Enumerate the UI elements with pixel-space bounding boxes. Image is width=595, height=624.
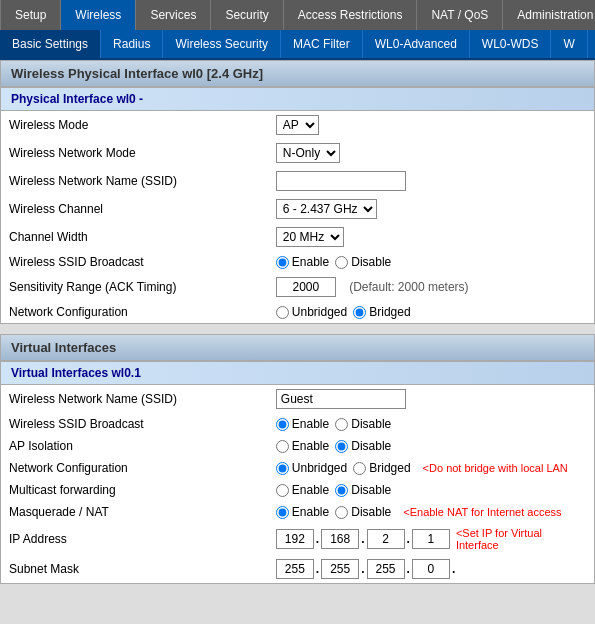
physical-interface-label: Physical Interface wl0 - [1, 88, 594, 111]
subnet-octet-3[interactable] [367, 559, 405, 579]
multicast-fwd-label: Multicast forwarding [1, 479, 268, 501]
ssid-row: Wireless Network Name (SSID) [1, 167, 594, 195]
network-config-unbridged-radio[interactable] [276, 306, 289, 319]
subnet-octet-2[interactable] [321, 559, 359, 579]
masq-nat-value: Enable Disable <Enable NAT for Internet … [268, 501, 594, 523]
nav-access-restrictions[interactable]: Access Restrictions [284, 0, 418, 30]
multicast-fwd-enable-radio[interactable] [276, 484, 289, 497]
ssid-broadcast-disable-label[interactable]: Disable [335, 255, 391, 269]
virt-network-config-unbridged-label[interactable]: Unbridged [276, 461, 347, 475]
ip-address-group: . . . [276, 529, 450, 549]
ap-isolation-value: Enable Disable [268, 435, 594, 457]
network-config-bridged-label[interactable]: Bridged [353, 305, 410, 319]
nav-wireless[interactable]: Wireless [61, 0, 136, 30]
ip-octet-2[interactable] [321, 529, 359, 549]
virt-network-config-unbridged-radio[interactable] [276, 462, 289, 475]
virt-network-config-bridged-label[interactable]: Bridged [353, 461, 410, 475]
channel-width-row: Channel Width 20 MHz [1, 223, 594, 251]
ip-address-row: IP Address . . . [1, 523, 594, 555]
sub-navigation: Basic Settings Radius Wireless Security … [0, 30, 595, 60]
virt-ssid-broadcast-label: Wireless SSID Broadcast [1, 413, 268, 435]
virt-ssid-broadcast-enable-label[interactable]: Enable [276, 417, 329, 431]
masq-nat-radio-group: Enable Disable <Enable NAT for Internet … [276, 505, 586, 519]
nav-administration[interactable]: Administration [503, 0, 595, 30]
network-config-bridged-radio[interactable] [353, 306, 366, 319]
ip-sep-2: . [361, 532, 364, 546]
virt-ssid-label: Wireless Network Name (SSID) [1, 385, 268, 413]
nav-setup[interactable]: Setup [0, 0, 61, 30]
ssid-broadcast-disable-radio[interactable] [335, 256, 348, 269]
sub-basic-settings[interactable]: Basic Settings [0, 30, 101, 58]
wireless-mode-label: Wireless Mode [1, 111, 268, 139]
ap-isolation-enable-radio[interactable] [276, 440, 289, 453]
channel-width-label: Channel Width [1, 223, 268, 251]
channel-width-select[interactable]: 20 MHz [276, 227, 344, 247]
masq-nat-enable-label[interactable]: Enable [276, 505, 329, 519]
multicast-fwd-value: Enable Disable [268, 479, 594, 501]
sub-wl0-wds[interactable]: WL0-WDS [470, 30, 552, 58]
ap-isolation-disable-radio[interactable] [335, 440, 348, 453]
nav-security[interactable]: Security [211, 0, 283, 30]
virt-ssid-broadcast-enable-radio[interactable] [276, 418, 289, 431]
virt-network-config-value: Unbridged Bridged <Do not bridge with lo… [268, 457, 594, 479]
ssid-value [268, 167, 594, 195]
ap-isolation-label: AP Isolation [1, 435, 268, 457]
wireless-network-mode-select[interactable]: N-Only [276, 143, 340, 163]
ip-address-value: . . . <Set IP for Virtual Interface [268, 523, 594, 555]
subnet-octet-1[interactable] [276, 559, 314, 579]
virt-ssid-broadcast-disable-label[interactable]: Disable [335, 417, 391, 431]
nav-nat-qos[interactable]: NAT / QoS [417, 0, 503, 30]
masq-nat-disable-label[interactable]: Disable [335, 505, 391, 519]
channel-width-value: 20 MHz [268, 223, 594, 251]
ip-octet-1[interactable] [276, 529, 314, 549]
sub-wl0-advanced[interactable]: WL0-Advanced [363, 30, 470, 58]
multicast-fwd-disable-radio[interactable] [335, 484, 348, 497]
ssid-broadcast-label: Wireless SSID Broadcast [1, 251, 268, 273]
ssid-broadcast-enable-label[interactable]: Enable [276, 255, 329, 269]
sub-mac-filter[interactable]: MAC Filter [281, 30, 363, 58]
masq-nat-row: Masquerade / NAT Enable Disable <Ena [1, 501, 594, 523]
virt-network-config-label: Network Configuration [1, 457, 268, 479]
network-config-label: Network Configuration [1, 301, 268, 323]
multicast-fwd-disable-label[interactable]: Disable [335, 483, 391, 497]
ip-octet-4[interactable] [412, 529, 450, 549]
virt-enable-label-1: Enable [292, 417, 329, 431]
virt-ssid-broadcast-disable-radio[interactable] [335, 418, 348, 431]
virt-ssid-input[interactable] [276, 389, 406, 409]
sub-w[interactable]: W [551, 30, 587, 58]
channel-select[interactable]: 6 - 2.437 GHz [276, 199, 377, 219]
subnet-sep-3: . [407, 562, 410, 576]
wireless-mode-select[interactable]: AP [276, 115, 319, 135]
ssid-broadcast-enable-radio[interactable] [276, 256, 289, 269]
wireless-network-mode-value: N-Only [268, 139, 594, 167]
subnet-mask-label: Subnet Mask [1, 555, 268, 583]
ssid-broadcast-value: Enable Disable [268, 251, 594, 273]
virt-network-config-radio-group: Unbridged Bridged <Do not bridge with lo… [276, 461, 586, 475]
sub-radius[interactable]: Radius [101, 30, 163, 58]
virt-ssid-broadcast-value: Enable Disable [268, 413, 594, 435]
sensitivity-range-input[interactable] [276, 277, 336, 297]
network-config-unbridged-label[interactable]: Unbridged [276, 305, 347, 319]
ip-octet-3[interactable] [367, 529, 405, 549]
virt-ssid-row: Wireless Network Name (SSID) [1, 385, 594, 413]
ssid-label: Wireless Network Name (SSID) [1, 167, 268, 195]
masq-nat-enable-radio[interactable] [276, 506, 289, 519]
multicast-fwd-enable-label[interactable]: Enable [276, 483, 329, 497]
ap-isolation-disable-label[interactable]: Disable [335, 439, 391, 453]
virt-unbridged-label: Unbridged [292, 461, 347, 475]
subnet-mask-group: . . . . [276, 559, 586, 579]
virt-network-config-bridged-radio[interactable] [353, 462, 366, 475]
wireless-mode-value: AP [268, 111, 594, 139]
masq-nat-disable-radio[interactable] [335, 506, 348, 519]
nav-services[interactable]: Services [136, 0, 211, 30]
wireless-network-mode-label: Wireless Network Mode [1, 139, 268, 167]
ap-isolation-row: AP Isolation Enable Disable [1, 435, 594, 457]
ap-isolation-enable-label[interactable]: Enable [276, 439, 329, 453]
virt-ssid-value [268, 385, 594, 413]
subnet-octet-4[interactable] [412, 559, 450, 579]
channel-label: Wireless Channel [1, 195, 268, 223]
ssid-input[interactable] [276, 171, 406, 191]
ip-sep-1: . [316, 532, 319, 546]
ip-address-note: <Set IP for Virtual Interface [456, 527, 586, 551]
sub-wireless-security[interactable]: Wireless Security [163, 30, 281, 58]
